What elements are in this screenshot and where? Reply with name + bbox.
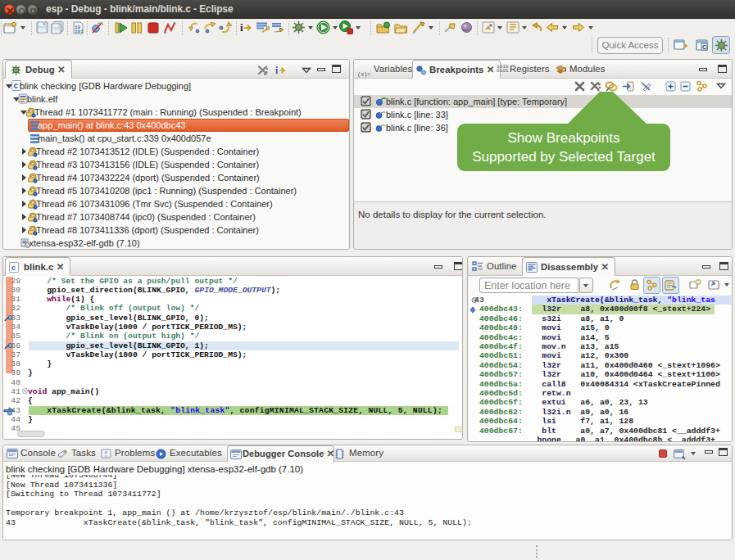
svg-text:c: c: [14, 81, 19, 90]
svg-text:i: i: [240, 21, 243, 34]
svg-text:i: i: [275, 65, 279, 75]
svg-text:C: C: [702, 44, 706, 50]
svg-text:c: c: [11, 264, 16, 272]
svg-text:101: 101: [75, 29, 84, 34]
